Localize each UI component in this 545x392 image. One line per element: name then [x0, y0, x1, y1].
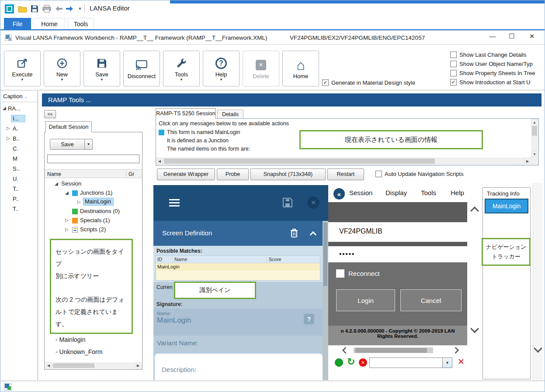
- messages-horizontal-scrollbar[interactable]: ◀ ▶: [156, 158, 531, 165]
- scroll-down-icon[interactable]: [534, 344, 542, 353]
- screen-definition-header[interactable]: Screen Definition: [153, 221, 323, 246]
- login-button[interactable]: Login: [336, 289, 395, 311]
- message-line[interactable]: This form is named MainLogin: [167, 129, 240, 135]
- caption-item-m[interactable]: M: [1, 154, 37, 164]
- main-vertical-scrollbar[interactable]: [533, 183, 542, 380]
- library-field[interactable]: VF24PGMLIB: [328, 222, 467, 242]
- tab-tools[interactable]: Tools: [68, 18, 94, 30]
- save-definition-icon[interactable]: [282, 197, 293, 210]
- new-button[interactable]: New ▼: [44, 51, 80, 86]
- collapsed-arrow-icon[interactable]: ▷: [65, 227, 69, 232]
- generate-wrapper-button[interactable]: Generate Wrapper: [157, 168, 215, 180]
- tree-node-mainlogin[interactable]: ▷ MainLogin: [45, 198, 142, 207]
- collapsed-arrow-icon[interactable]: ▷: [65, 218, 69, 223]
- caption-item-i-selected[interactable]: I...: [1, 114, 37, 124]
- help-circle-icon[interactable]: ?: [304, 314, 314, 324]
- dropdown-caret-icon[interactable]: ▼: [84, 139, 92, 149]
- show-last-change-checkbox[interactable]: Show Last Change Details: [450, 52, 544, 58]
- generate-material-checkbox[interactable]: ✓ Generate in Material Design style: [322, 79, 415, 86]
- tree-node-session[interactable]: ◢ Session: [45, 179, 142, 189]
- caption-item-c[interactable]: C.: [1, 144, 37, 154]
- collapse-section-icon[interactable]: [310, 231, 317, 238]
- refresh-icon[interactable]: ↻: [347, 356, 355, 368]
- caption-item-p[interactable]: P..: [1, 194, 37, 204]
- reconnect-checkbox[interactable]: [336, 269, 344, 278]
- password-field[interactable]: •••••: [328, 246, 467, 262]
- clear-icon[interactable]: ✕: [458, 357, 465, 367]
- status-window-icon[interactable]: [4, 383, 12, 392]
- menu-session[interactable]: Session: [349, 189, 372, 196]
- tracking-item-mainlogin[interactable]: MainLogin: [485, 199, 528, 213]
- caption-item-s[interactable]: S..: [1, 164, 37, 174]
- tab-ramp-ts-session[interactable]: RAMP-TS 5250 Session: [156, 108, 216, 119]
- close-button[interactable]: ×: [524, 31, 540, 43]
- expanded-arrow-icon[interactable]: ◢: [55, 181, 58, 186]
- scroll-right-icon[interactable]: ▶: [135, 362, 142, 369]
- tree-horizontal-scrollbar[interactable]: ◀ ▶: [45, 362, 142, 369]
- toolbar-options-caret-icon[interactable]: ▼: [75, 3, 85, 14]
- collapsed-arrow-icon[interactable]: ▷: [7, 136, 10, 141]
- show-introduction-checkbox[interactable]: ✓ Show Introduction at Start U: [450, 79, 544, 86]
- tools-button[interactable]: Tools ▼: [163, 51, 200, 86]
- scroll-left-icon[interactable]: ◀: [156, 158, 163, 165]
- forward-icon[interactable]: [64, 3, 75, 14]
- caption-column-header[interactable]: Caption .,: [1, 91, 38, 102]
- message-line[interactable]: It is defined as a Junction: [167, 138, 229, 144]
- session-horizontal-scrollbar[interactable]: [328, 345, 481, 356]
- save-split-button[interactable]: Save ▼: [50, 139, 93, 150]
- tree-node-specials[interactable]: ▷ Specials (1): [45, 216, 142, 225]
- collapse-session-icon[interactable]: «: [333, 188, 345, 199]
- minimize-button[interactable]: —: [485, 32, 500, 43]
- cancel-button[interactable]: Cancel: [400, 289, 462, 311]
- caption-item-t2[interactable]: T..: [1, 204, 37, 214]
- expanded-arrow-icon[interactable]: ◢: [3, 106, 6, 110]
- close-definition-icon[interactable]: ✕: [307, 196, 319, 209]
- print-icon[interactable]: [42, 3, 52, 14]
- tree-node-junctions[interactable]: ◢ Junctions (1): [45, 189, 142, 198]
- caption-item-ra[interactable]: ◢RA...: [1, 104, 37, 113]
- tree-filter-input[interactable]: [47, 155, 139, 163]
- collapsed-arrow-icon[interactable]: ▷: [77, 199, 81, 204]
- menu-help[interactable]: Help: [451, 189, 464, 196]
- match-row-mainlogin[interactable]: MainLogin: [156, 263, 320, 271]
- messages-vertical-scrollbar[interactable]: ▲ ▼: [531, 119, 538, 158]
- show-user-object-checkbox[interactable]: Show User Object Name/Typ: [450, 61, 544, 67]
- scroll-left-icon[interactable]: ◀: [45, 362, 52, 369]
- tree-node-destinations[interactable]: Destinations (0): [45, 207, 142, 216]
- home-button[interactable]: ⌂ Home: [282, 51, 319, 86]
- menu-hamburger-icon[interactable]: [169, 197, 180, 208]
- tree-node-scripts[interactable]: ▷ Scripts (2): [45, 225, 142, 234]
- probe-button[interactable]: Probe: [217, 168, 249, 180]
- caption-item-u[interactable]: U.: [1, 174, 37, 184]
- show-property-sheets-checkbox[interactable]: Show Property Sheets In Tree: [450, 70, 544, 76]
- caption-item-a[interactable]: ▷A.: [1, 124, 37, 134]
- caption-item-b[interactable]: ▷B..: [1, 134, 37, 144]
- scroll-down-icon[interactable]: ▼: [531, 151, 538, 158]
- screen-select-combobox[interactable]: ▼: [369, 358, 452, 368]
- open-icon[interactable]: [17, 3, 28, 14]
- message-line[interactable]: The named items on this form are:: [167, 146, 250, 152]
- execute-button[interactable]: Execute ▼: [4, 51, 41, 86]
- window-titlebar[interactable]: Visual LANSA Framework Workbench - RAMP_…: [0, 30, 545, 45]
- definition-scroll-strip[interactable]: [323, 221, 328, 380]
- auto-update-checkbox[interactable]: Auto Update Navigation Scripts: [375, 171, 464, 177]
- tree-column-header[interactable]: Name Gr: [45, 169, 142, 178]
- matches-table-header[interactable]: ID Name Score: [156, 256, 320, 263]
- restart-button[interactable]: Restart: [327, 168, 364, 180]
- scroll-left-icon[interactable]: [342, 347, 349, 354]
- error-status-icon[interactable]: ✕: [359, 358, 367, 367]
- combobox-caret-icon[interactable]: ▼: [442, 358, 452, 368]
- collapse-panel-button[interactable]: <<: [44, 110, 56, 118]
- tab-details[interactable]: Details: [217, 110, 243, 119]
- snapshot-button[interactable]: Snapshot (713x348): [250, 168, 326, 180]
- maximize-button[interactable]: ☐: [504, 32, 520, 43]
- menu-tools[interactable]: Tools: [421, 189, 436, 196]
- help-button[interactable]: ? Help ▼: [203, 51, 240, 86]
- scroll-right-icon[interactable]: ▶: [524, 158, 531, 165]
- scroll-right-icon[interactable]: [452, 347, 459, 354]
- disconnect-button[interactable]: Disconnect: [123, 51, 160, 86]
- save-icon[interactable]: [29, 3, 40, 14]
- trash-icon[interactable]: [290, 228, 299, 240]
- tab-file[interactable]: File: [4, 18, 31, 30]
- scroll-down-icon[interactable]: [470, 324, 479, 333]
